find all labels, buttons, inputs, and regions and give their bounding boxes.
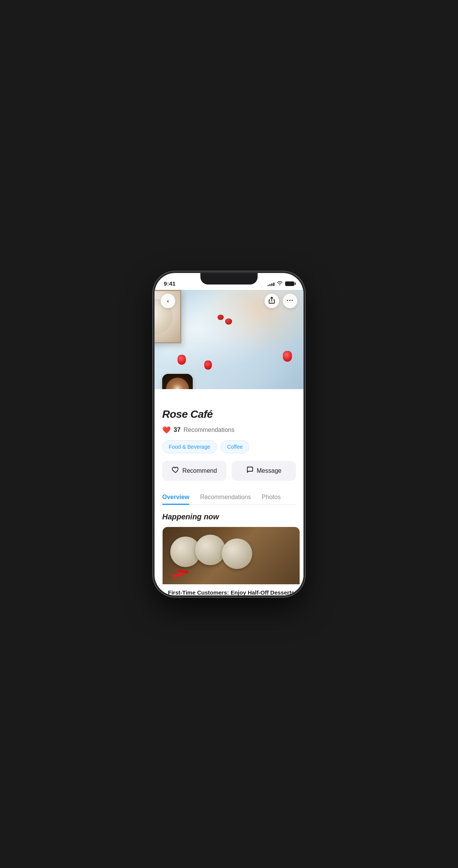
plate-3 — [222, 538, 252, 569]
share-icon — [269, 297, 275, 305]
message-button[interactable]: Message — [232, 461, 296, 481]
card-image-1 — [163, 527, 300, 584]
tab-recommendations[interactable]: Recommendations — [200, 490, 251, 504]
recommendation-label: Recommendations — [184, 427, 234, 433]
recommendation-count: 37 — [174, 427, 181, 433]
signal-bars-icon — [268, 281, 274, 286]
recommend-label: Recommend — [182, 467, 217, 474]
tags-row: Food & Beverage Coffee — [162, 440, 296, 453]
card-title-1: First-Time Customers: Enjoy Half-Off Des… — [168, 589, 294, 595]
chili-decoration-1 — [172, 572, 184, 578]
strawberry-decoration-2 — [204, 360, 212, 370]
happening-now-title: Happening now — [162, 512, 296, 521]
latte-art — [166, 378, 189, 389]
food-plates-decoration — [163, 527, 300, 584]
scroll-content[interactable]: ‹ ··· — [155, 290, 303, 595]
berry-decoration-2 — [225, 318, 232, 325]
heart-icon: ❤️ — [162, 426, 171, 434]
notch — [200, 273, 258, 284]
status-time: 9:41 — [164, 280, 176, 287]
tabs-row: Overview Recommendations Photos — [162, 490, 296, 505]
battery-icon — [285, 281, 294, 286]
back-button[interactable]: ‹ — [161, 294, 175, 308]
tab-overview[interactable]: Overview — [162, 490, 189, 504]
message-icon — [246, 466, 254, 475]
tag-food-beverage[interactable]: Food & Beverage — [162, 440, 217, 453]
strawberry-decoration-3 — [283, 351, 292, 362]
recommend-icon — [172, 466, 179, 475]
strawberry-decoration-1 — [177, 355, 186, 365]
tag-coffee[interactable]: Coffee — [221, 440, 249, 453]
wifi-icon — [277, 281, 283, 286]
tab-photos[interactable]: Photos — [262, 490, 281, 504]
cafe-name: Rose Café — [162, 408, 296, 420]
phone-frame: 9:41 — [155, 273, 303, 595]
more-button[interactable]: ··· — [283, 294, 297, 308]
hero-section: ‹ ··· — [155, 290, 303, 389]
nav-button-group: ··· — [264, 294, 297, 308]
phone-screen: 9:41 — [155, 273, 303, 595]
share-button[interactable] — [264, 294, 279, 308]
plate-2 — [195, 535, 226, 565]
more-icon: ··· — [287, 297, 294, 305]
hero-navigation: ‹ ··· — [155, 294, 303, 308]
action-buttons: Recommend Message — [162, 461, 296, 481]
recommend-button[interactable]: Recommend — [162, 461, 226, 481]
card-body-1: First-Time Customers: Enjoy Half-Off Des… — [163, 584, 300, 595]
cafe-logo-avatar — [162, 374, 193, 389]
message-label: Message — [257, 467, 282, 474]
content-area: Rose Café ❤️ 37 Recommendations Food & B… — [155, 389, 303, 595]
event-card-1: First-Time Customers: Enjoy Half-Off Des… — [162, 527, 300, 595]
back-icon: ‹ — [167, 298, 169, 304]
recommendations-row: ❤️ 37 Recommendations — [162, 426, 296, 434]
status-icons — [268, 281, 294, 286]
berry-decoration-1 — [218, 315, 224, 320]
cards-row[interactable]: First-Time Customers: Enjoy Half-Off Des… — [155, 527, 303, 595]
